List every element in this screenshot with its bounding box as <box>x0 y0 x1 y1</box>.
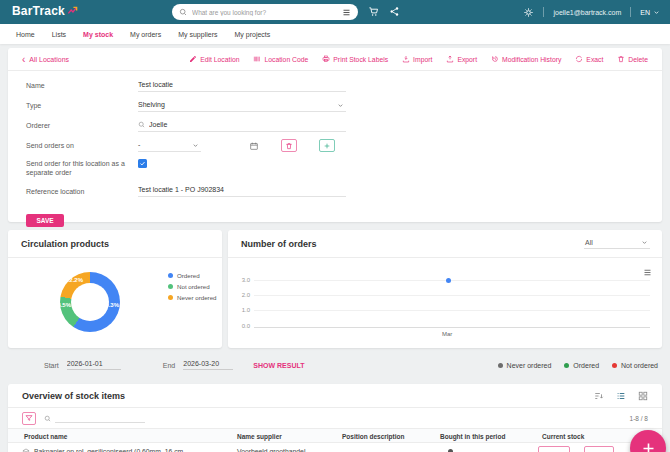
circulation-products-title: Circulation products <box>21 239 109 249</box>
nav-tab-my-stock[interactable]: My stock <box>83 31 113 38</box>
separate-order-checkbox[interactable] <box>138 159 147 168</box>
brand-name: BarTrack <box>12 4 65 18</box>
separate-order-label: Send order for this location as a separa… <box>26 159 138 178</box>
calendar-icon[interactable] <box>249 141 259 151</box>
brand[interactable]: BarTrack <box>12 4 78 18</box>
legend-dot <box>564 363 569 368</box>
nav-tab-home[interactable]: Home <box>16 31 35 38</box>
app-root: BarTrack <box>0 0 670 452</box>
legend-never-ordered: Never ordered <box>498 362 552 369</box>
status-legend: Never ordered Ordered Not ordered <box>498 362 658 369</box>
legend-item-never-ordered: Never ordered <box>168 294 217 301</box>
legend-item-not-ordered: Not ordered <box>168 283 217 290</box>
sync-icon <box>575 55 583 63</box>
search-icon <box>44 415 51 422</box>
print-stock-labels-button[interactable]: Print Stock Labels <box>322 55 388 63</box>
current-stock-input-box[interactable] <box>538 446 570 452</box>
save-button[interactable]: SAVE <box>26 214 64 227</box>
export-icon <box>446 55 454 63</box>
list-view-icon[interactable] <box>616 391 626 401</box>
stock-search[interactable] <box>44 413 145 423</box>
y-tick: 2.0 <box>230 292 250 298</box>
location-action-row: ‹ All Locations Edit Location Location C… <box>8 48 662 71</box>
send-orders-select[interactable]: - <box>138 140 201 152</box>
location-actions: Edit Location Location Code Print Stock … <box>189 55 648 63</box>
plus-icon <box>641 441 656 452</box>
gridline <box>254 310 650 311</box>
trash-icon <box>285 142 293 150</box>
orders-filter-select[interactable]: All <box>584 238 650 249</box>
modification-history-button[interactable]: Modification History <box>491 55 561 63</box>
legend-dot <box>168 284 173 289</box>
nav-tab-my-suppliers[interactable]: My suppliers <box>178 31 217 38</box>
legend-ordered: Ordered <box>564 362 599 369</box>
x-tick-mar: Mar <box>442 331 452 337</box>
topbar-right: joelle1@bartrack.com EN <box>523 0 660 24</box>
order-amount-box[interactable] <box>584 446 614 452</box>
cell-product-name: Bakpapier op rol, gesiliconiseerd (0,60m… <box>34 448 183 452</box>
orders-data-point[interactable] <box>446 278 451 283</box>
legend-dot <box>498 363 503 368</box>
share-icon[interactable] <box>389 6 400 17</box>
name-field[interactable] <box>138 81 346 88</box>
type-select[interactable]: Shelving <box>138 100 346 112</box>
grid-view-icon[interactable] <box>638 391 648 401</box>
location-form: Name Type Shelving Orderer <box>8 71 662 227</box>
add-send-day-button[interactable] <box>319 139 335 152</box>
col-bought-in-period[interactable]: Bought in this period <box>440 433 505 440</box>
reference-location-field[interactable] <box>138 186 346 193</box>
global-search[interactable] <box>172 4 358 20</box>
show-result-button[interactable]: SHOW RESULT <box>253 362 304 369</box>
location-detail-card: ‹ All Locations Edit Location Location C… <box>8 48 662 222</box>
y-tick: 3.0 <box>230 277 250 283</box>
stock-search-input[interactable] <box>55 413 145 423</box>
end-date-input[interactable] <box>183 360 233 370</box>
package-icon <box>22 448 30 452</box>
stock-overview-card: Overview of stock items <box>8 384 662 452</box>
topbar: BarTrack <box>0 0 670 24</box>
chevron-down-icon <box>653 9 660 16</box>
orderer-field[interactable] <box>149 121 346 128</box>
col-name-supplier[interactable]: Name supplier <box>237 433 282 440</box>
nav-tab-my-orders[interactable]: My orders <box>130 31 161 38</box>
global-search-input[interactable] <box>192 9 337 16</box>
col-position-description[interactable]: Position description <box>342 433 404 440</box>
export-button[interactable]: Export <box>446 55 477 63</box>
import-button[interactable]: Import <box>402 55 432 63</box>
circulation-products-card: Circulation products 22.2% 18.5% 59.3% O… <box>8 230 222 348</box>
nav-tab-lists[interactable]: Lists <box>52 31 66 38</box>
pencil-icon <box>189 55 197 63</box>
search-menu-icon[interactable] <box>342 8 351 17</box>
stock-overview-title: Overview of stock items <box>22 391 594 401</box>
back-to-all-locations[interactable]: ‹ All Locations <box>22 56 69 63</box>
chevron-down-icon <box>192 142 199 149</box>
cart-icon[interactable] <box>368 6 379 17</box>
gear-icon[interactable] <box>523 7 534 18</box>
check-icon <box>139 160 146 167</box>
orderer-label: Orderer <box>26 121 138 130</box>
number-of-orders-card: Number of orders All 3.0 2.0 1.0 0.0 Mar <box>228 230 662 348</box>
delete-location-button[interactable]: Delete <box>617 55 648 63</box>
user-email[interactable]: joelle1@bartrack.com <box>553 9 621 16</box>
col-product-name[interactable]: Product name <box>24 433 67 440</box>
table-row[interactable]: Bakpapier op rol, gesiliconiseerd (0,60m… <box>8 443 662 452</box>
start-date-input[interactable] <box>67 360 121 370</box>
chevron-down-icon <box>641 239 648 246</box>
language-selector[interactable]: EN <box>640 9 660 16</box>
chevron-left-icon: ‹ <box>22 56 25 63</box>
location-code-button[interactable]: Location Code <box>253 55 308 63</box>
col-current-stock[interactable]: Current stock <box>542 433 584 440</box>
edit-location-button[interactable]: Edit Location <box>189 55 239 63</box>
nav-tab-my-projects[interactable]: My projects <box>234 31 270 38</box>
y-tick: 0.0 <box>230 323 250 329</box>
filter-button[interactable] <box>22 412 36 425</box>
back-label: All Locations <box>29 56 69 63</box>
remove-send-day-button[interactable] <box>281 139 297 152</box>
chart-menu-icon[interactable] <box>643 268 652 277</box>
name-label: Name <box>26 81 138 90</box>
trash-icon <box>617 55 625 63</box>
import-icon <box>402 55 410 63</box>
slice-label-ordered: 59.3% <box>102 302 119 308</box>
sort-icon[interactable] <box>594 391 604 401</box>
exact-sync-button[interactable]: Exact <box>575 55 603 63</box>
